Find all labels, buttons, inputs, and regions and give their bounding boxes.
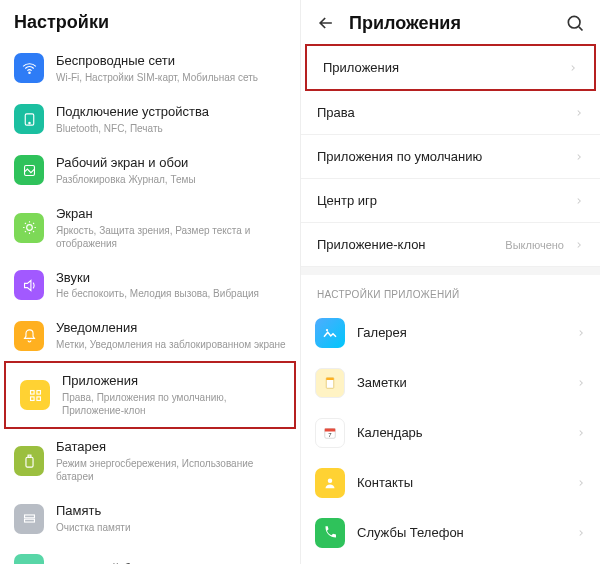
app-item-gallery[interactable]: Галерея [301, 308, 600, 358]
app-item-contacts[interactable]: Контакты [301, 458, 600, 508]
chevron-right-icon [576, 428, 586, 438]
chevron-right-icon [576, 478, 586, 488]
settings-item-wireless[interactable]: Беспроводные сети Wi-Fi, Настройки SIM-к… [0, 43, 300, 94]
app-item-notes[interactable]: Заметки [301, 358, 600, 408]
app-settings-section-header: НАСТРОЙКИ ПРИЛОЖЕНИЙ [301, 275, 600, 308]
svg-point-14 [568, 16, 580, 28]
settings-item-device-connection[interactable]: Подключение устройства Bluetooth, NFC, П… [0, 94, 300, 145]
balance-icon [14, 554, 44, 564]
svg-rect-9 [25, 457, 32, 467]
chevron-right-icon [568, 63, 578, 73]
svg-point-21 [328, 479, 333, 484]
app-item-calendar[interactable]: 7 Календарь [301, 408, 600, 458]
svg-point-15 [326, 329, 328, 331]
svg-rect-17 [326, 378, 334, 380]
settings-title: Настройки [14, 12, 286, 33]
svg-rect-11 [24, 515, 34, 518]
chevron-right-icon [574, 240, 584, 250]
apps-row-apps[interactable]: Приложения [305, 44, 596, 91]
svg-rect-12 [24, 519, 34, 522]
settings-item-display[interactable]: Экран Яркость, Защита зрения, Размер тек… [0, 196, 300, 260]
apps-row-default-apps[interactable]: Приложения по умолчанию [301, 135, 600, 179]
chevron-right-icon [574, 196, 584, 206]
apps-title: Приложения [349, 13, 552, 34]
svg-point-0 [28, 72, 29, 73]
chevron-right-icon [576, 378, 586, 388]
contacts-icon [315, 468, 345, 498]
apps-row-app-twin[interactable]: Приложение-клон Выключено [301, 223, 600, 267]
svg-rect-7 [30, 397, 34, 401]
apps-row-game-center[interactable]: Центр игр [301, 179, 600, 223]
calendar-icon: 7 [315, 418, 345, 448]
link-icon [14, 104, 44, 134]
apps-pane: Приложения Приложения Права Приложения п… [300, 0, 600, 564]
grid-icon [20, 380, 50, 410]
chevron-right-icon [576, 328, 586, 338]
app-item-phone[interactable]: Службы Телефон [301, 508, 600, 558]
settings-item-notifications[interactable]: Уведомления Метки, Уведомления на заблок… [0, 310, 300, 361]
settings-pane: Настройки Беспроводные сети Wi-Fi, Настр… [0, 0, 300, 564]
chevron-right-icon [574, 152, 584, 162]
bell-icon [14, 321, 44, 351]
svg-point-2 [28, 122, 29, 123]
section-separator [301, 267, 600, 275]
settings-item-battery[interactable]: Батарея Режим энергосбережения, Использо… [0, 429, 300, 493]
search-button[interactable] [564, 12, 586, 34]
apps-row-permissions[interactable]: Права [301, 91, 600, 135]
svg-point-4 [26, 225, 32, 231]
settings-item-digital-balance[interactable]: Цифровой баланс [0, 544, 300, 564]
chevron-right-icon [576, 528, 586, 538]
settings-item-storage[interactable]: Память Очистка памяти [0, 493, 300, 544]
settings-item-apps[interactable]: Приложения Права, Приложения по умолчани… [4, 361, 296, 429]
display-icon [14, 155, 44, 185]
svg-rect-10 [28, 455, 31, 457]
svg-rect-5 [30, 390, 34, 394]
sound-icon [14, 270, 44, 300]
settings-header: Настройки [0, 0, 300, 43]
gallery-icon [315, 318, 345, 348]
chevron-right-icon [574, 108, 584, 118]
battery-icon [14, 446, 44, 476]
apps-header: Приложения [301, 0, 600, 44]
brightness-icon [14, 213, 44, 243]
storage-icon [14, 504, 44, 534]
apps-list: Приложения Права Приложения по умолчанию… [301, 44, 600, 564]
app-twin-value: Выключено [505, 239, 564, 251]
settings-item-home-wallpaper[interactable]: Рабочий экран и обои Разблокировка Журна… [0, 145, 300, 196]
phone-icon [315, 518, 345, 548]
svg-rect-6 [36, 390, 40, 394]
svg-rect-8 [36, 397, 40, 401]
back-button[interactable] [315, 12, 337, 34]
notes-icon [315, 368, 345, 398]
settings-list: Беспроводные сети Wi-Fi, Настройки SIM-к… [0, 43, 300, 564]
settings-item-sounds[interactable]: Звуки Не беспокоить, Мелодия вызова, Виб… [0, 260, 300, 311]
wifi-icon [14, 53, 44, 83]
